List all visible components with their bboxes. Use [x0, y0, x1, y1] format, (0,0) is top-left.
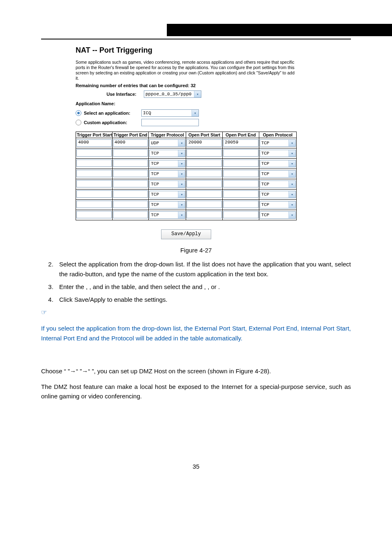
open-port-start-input[interactable] [187, 201, 222, 208]
step-2: Select the application from the drop-dow… [55, 259, 351, 279]
page-number: 35 [41, 463, 351, 470]
open-port-start-input[interactable] [187, 190, 222, 198]
table-header-row: Trigger Port Start Trigger Port End Trig… [76, 132, 297, 138]
radio-select-application[interactable] [76, 110, 81, 116]
trigger-protocol-select-value: TCP [151, 171, 159, 176]
trigger-port-end-input[interactable] [113, 160, 148, 167]
chevron-down-icon: ▾ [191, 110, 198, 116]
open-protocol-select[interactable]: TCP▾ [260, 191, 296, 198]
trigger-protocol-select[interactable]: TCP▾ [149, 201, 185, 208]
trigger-protocol-select[interactable]: TCP▾ [149, 180, 185, 188]
open-port-start-input[interactable] [187, 170, 222, 177]
chevron-down-icon: ▾ [288, 160, 295, 167]
select-application-dropdown[interactable]: ICQ ▾ [141, 109, 199, 117]
radio-custom-application[interactable] [76, 120, 81, 125]
chevron-down-icon: ▾ [178, 140, 185, 146]
open-protocol-select[interactable]: TCP▾ [260, 160, 296, 167]
use-interface-select[interactable]: pppoe_0_0_35/ppp0 ▾ [144, 90, 201, 98]
step-3-comma2: , [89, 283, 92, 290]
trigger-port-end-input[interactable] [113, 190, 148, 198]
open-protocol-select-value: TCP [261, 151, 270, 156]
chevron-down-icon: ▾ [288, 150, 295, 157]
trigger-protocol-select[interactable]: TCP▾ [149, 150, 185, 157]
th-open-port-end: Open Port End [223, 132, 259, 138]
dmz-nav-text: Choose “ ”→“ ”→“ ”, you can set up DMZ H… [41, 366, 351, 376]
shot-title: NAT -- Port Triggering [76, 46, 297, 55]
chevron-down-icon: ▾ [194, 91, 201, 97]
trigger-port-end-input[interactable] [113, 180, 148, 187]
custom-application-input[interactable] [141, 119, 199, 126]
trigger-port-start-input[interactable] [76, 180, 112, 187]
open-port-start-input[interactable]: 20000 [187, 139, 222, 147]
trigger-protocol-select[interactable]: TCP▾ [149, 191, 185, 198]
save-apply-button[interactable]: Save/Apply [161, 229, 211, 239]
open-port-start-input[interactable] [187, 149, 222, 157]
step-3-or: or [211, 283, 218, 290]
step-4: Click Save/Apply to enable the settings. [55, 295, 351, 304]
trigger-port-start-input[interactable] [76, 190, 112, 198]
th-trigger-protocol: Trigger Protocol [149, 132, 186, 138]
open-protocol-select-value: TCP [261, 202, 270, 207]
open-port-end-input[interactable] [223, 211, 258, 218]
open-protocol-select-value: TCP [261, 182, 270, 187]
arrow-icon: ”→“ [68, 368, 78, 375]
open-port-end-input[interactable] [223, 180, 258, 187]
chevron-down-icon: ▾ [178, 191, 185, 198]
trigger-port-start-input[interactable] [76, 211, 112, 218]
trigger-port-end-input[interactable] [113, 149, 148, 157]
open-port-end-input[interactable] [223, 201, 258, 208]
open-protocol-select[interactable]: TCP▾ [260, 139, 296, 147]
chevron-down-icon: ▾ [288, 140, 295, 146]
open-protocol-select-value: TCP [261, 171, 270, 176]
header-mask [0, 0, 167, 37]
table-row: TCP▾TCP▾ [76, 190, 297, 200]
open-port-start-input[interactable] [187, 160, 222, 167]
trigger-protocol-select[interactable]: TCP▾ [149, 160, 185, 167]
table-row: TCP▾TCP▾ [76, 169, 297, 179]
port-table: Trigger Port Start Trigger Port End Trig… [76, 132, 297, 220]
radio-custom-label: Custom application: [84, 120, 141, 125]
trigger-port-end-input[interactable]: 4000 [113, 139, 148, 147]
trigger-port-start-input[interactable] [76, 149, 112, 157]
open-protocol-select[interactable]: TCP▾ [260, 211, 296, 219]
table-row: TCP▾TCP▾ [76, 210, 297, 220]
trigger-protocol-select[interactable]: UDP▾ [149, 139, 185, 147]
radio-select-label: Select an application: [84, 111, 141, 116]
shot-intro: Some applications such as games, video c… [76, 60, 297, 81]
open-port-end-input[interactable]: 20059 [223, 139, 258, 147]
trigger-protocol-select-value: TCP [151, 161, 159, 166]
th-trigger-port-start: Trigger Port Start [76, 132, 113, 138]
chevron-down-icon: ▾ [288, 212, 295, 218]
open-protocol-select[interactable]: TCP▾ [260, 201, 296, 208]
select-application-value: ICQ [143, 111, 151, 116]
trigger-port-end-input[interactable] [113, 170, 148, 177]
open-port-end-input[interactable] [223, 149, 258, 157]
step-3-text-c: and [192, 283, 204, 290]
open-protocol-select-value: TCP [261, 141, 270, 146]
trigger-protocol-select[interactable]: TCP▾ [149, 211, 185, 219]
th-trigger-port-end: Trigger Port End [112, 132, 149, 138]
shot-remaining: Remaining number of entries that can be … [76, 83, 297, 89]
chevron-down-icon: ▾ [178, 160, 185, 167]
trigger-protocol-select[interactable]: TCP▾ [149, 170, 185, 178]
trigger-port-start-input[interactable] [76, 160, 112, 167]
open-port-end-input[interactable] [223, 170, 258, 177]
trigger-port-end-input[interactable] [113, 201, 148, 208]
trigger-port-start-input[interactable] [76, 170, 112, 177]
open-protocol-select[interactable]: TCP▾ [260, 150, 296, 157]
open-protocol-select[interactable]: TCP▾ [260, 180, 296, 188]
step-3-period: . [218, 283, 220, 290]
open-port-end-input[interactable] [223, 190, 258, 198]
open-port-end-input[interactable] [223, 160, 258, 167]
open-port-start-input[interactable] [187, 211, 222, 218]
step-3-text-a: Enter the [59, 283, 86, 290]
trigger-port-end-input[interactable] [113, 211, 148, 218]
header-rule [41, 39, 351, 39]
trigger-protocol-select-value: TCP [151, 202, 159, 207]
trigger-port-start-input[interactable]: 4000 [76, 139, 112, 147]
trigger-port-start-input[interactable] [76, 201, 112, 208]
trigger-protocol-select-value: UDP [151, 141, 159, 146]
open-protocol-select[interactable]: TCP▾ [260, 170, 296, 178]
open-port-start-input[interactable] [187, 180, 222, 187]
step-2-text-b: radio-button, and type the name of the c… [69, 271, 268, 278]
